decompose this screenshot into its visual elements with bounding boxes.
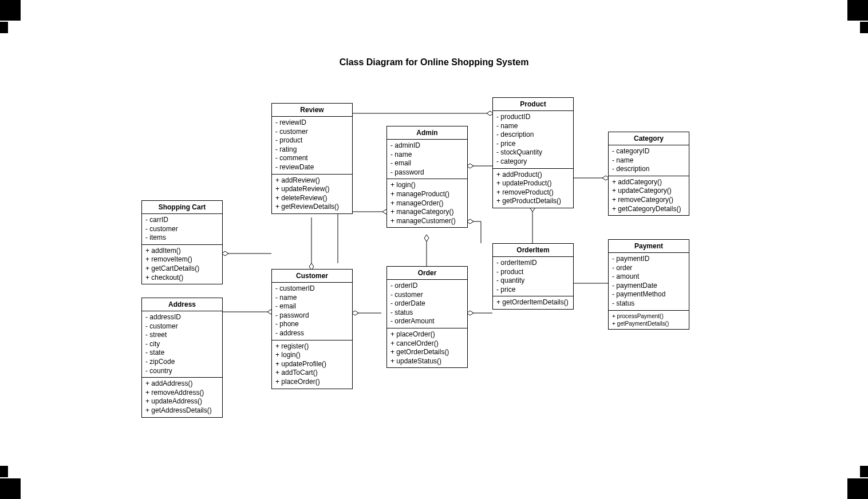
class-admin-name: Admin — [387, 126, 467, 140]
class-payment-methods: + processPayment()+ getPaymentDetails() — [609, 311, 689, 329]
attr-line: - adminID — [390, 141, 464, 151]
attr-line: - name — [612, 156, 685, 165]
class-shopping-cart: Shopping Cart - carrID- customer- items … — [141, 200, 223, 284]
method-line: + updateProduct() — [496, 179, 570, 188]
class-product-attrs: - productID- name- description- price- s… — [493, 111, 573, 169]
attr-line: - category — [496, 157, 570, 167]
class-order-name: Order — [387, 267, 467, 280]
class-shopping-cart-attrs: - carrID- customer- items — [142, 214, 222, 245]
method-line: + manageCustomer() — [390, 217, 464, 226]
attr-line: - email — [275, 302, 349, 311]
attr-line: - paymentMethod — [612, 290, 685, 299]
class-address-name: Address — [142, 298, 222, 311]
class-product-name: Product — [493, 98, 573, 111]
attr-line: - productID — [496, 113, 570, 122]
class-review-name: Review — [272, 104, 352, 117]
attr-line: - customer — [145, 322, 219, 331]
method-line: + addAddress() — [145, 379, 219, 389]
class-customer-attrs: - customerID- name- email- password- pho… — [272, 283, 352, 340]
attr-line: - name — [496, 122, 570, 131]
class-review-attrs: - reviewID- customer- product- rating- c… — [272, 117, 352, 175]
class-category-methods: + addCategory()+ updateCategory()+ remov… — [609, 176, 689, 215]
method-line: + login() — [390, 181, 464, 190]
class-customer: Customer - customerID- name- email- pass… — [271, 269, 353, 389]
attr-line: - stockQuantity — [496, 148, 570, 157]
method-line: + getOrderItemDetails() — [496, 298, 570, 307]
class-admin-methods: + login()+ manageProduct()+ manageOrder(… — [387, 179, 467, 227]
class-product: Product - productID- name- description- … — [492, 97, 574, 208]
attr-line: - address — [275, 329, 349, 338]
method-line: + updateReview() — [275, 185, 349, 194]
attr-line: - paymentID — [612, 255, 685, 264]
method-line: + getOrderDetails() — [390, 348, 464, 357]
method-line: + updateProfile() — [275, 360, 349, 369]
method-line: + removeCategory() — [612, 196, 685, 205]
class-category: Category - categoryID- name- description… — [608, 132, 689, 216]
class-address-attrs: - addressID- customer- street- city- sta… — [142, 311, 222, 378]
class-product-methods: + addProduct()+ updateProduct()+ removeP… — [493, 169, 573, 208]
attr-line: - quantity — [496, 276, 570, 286]
attr-line: - password — [390, 168, 464, 177]
method-line: + addProduct() — [496, 171, 570, 180]
method-line: + updateStatus() — [390, 357, 464, 366]
class-shopping-cart-methods: + addItem()+ removeItem()+ getCartDetail… — [142, 245, 222, 284]
attr-line: - zipCode — [145, 358, 219, 367]
class-address: Address - addressID- customer- street- c… — [141, 298, 223, 418]
method-line: + removeItem() — [145, 255, 219, 264]
method-line: + login() — [275, 351, 349, 360]
attr-line: - name — [275, 294, 349, 303]
method-line: + updateAddress() — [145, 397, 219, 406]
attr-line: - items — [145, 233, 219, 243]
class-review: Review - reviewID- customer- product- ra… — [271, 103, 353, 214]
method-line: + removeProduct() — [496, 188, 570, 197]
method-line: + getAddressDetails() — [145, 406, 219, 415]
attr-line: - comment — [275, 154, 349, 163]
attr-line: - name — [390, 151, 464, 160]
attr-line: - price — [496, 140, 570, 149]
attr-line: - carrID — [145, 216, 219, 225]
class-customer-name: Customer — [272, 270, 352, 283]
attr-line: - product — [275, 136, 349, 145]
method-line: + manageOrder() — [390, 199, 464, 208]
class-order-methods: + placeOrder()+ cancelOrder()+ getOrderD… — [387, 328, 467, 367]
attr-line: - orderID — [390, 282, 464, 291]
attr-line: - description — [496, 130, 570, 140]
method-line: + register() — [275, 342, 349, 351]
method-line: + getPaymentDetails() — [612, 320, 685, 327]
class-order: Order - orderID- customer- orderDate- st… — [386, 266, 468, 368]
class-order-item: OrderItem - orderItemID- product- quanti… — [492, 243, 574, 310]
attr-line: - password — [275, 311, 349, 320]
method-line: + getReviewDetails() — [275, 203, 349, 212]
method-line: + placeOrder() — [390, 330, 464, 339]
attr-line: - customer — [390, 291, 464, 300]
method-line: + addReview() — [275, 176, 349, 185]
class-payment-attrs: - paymentID- order- amount- paymentDate-… — [609, 253, 689, 311]
svg-marker-7 — [424, 235, 429, 241]
attr-line: - categoryID — [612, 147, 685, 156]
attr-line: - country — [145, 367, 219, 376]
attr-line: - status — [390, 308, 464, 318]
attr-line: - status — [612, 299, 685, 308]
method-line: + getCategoryDetails() — [612, 205, 685, 214]
attr-line: - addressID — [145, 313, 219, 322]
class-payment: Payment - paymentID- order- amount- paym… — [608, 239, 689, 330]
class-category-attrs: - categoryID- name- description — [609, 145, 689, 176]
attr-line: - product — [496, 268, 570, 277]
method-line: + deleteReview() — [275, 194, 349, 203]
method-line: + getCartDetails() — [145, 264, 219, 274]
attr-line: - customer — [145, 225, 219, 234]
attr-line: - description — [612, 165, 685, 174]
attr-line: - reviewDate — [275, 163, 349, 172]
attr-line: - rating — [275, 145, 349, 155]
method-line: + checkout() — [145, 274, 219, 283]
method-line: + updateCategory() — [612, 187, 685, 196]
class-admin-attrs: - adminID- name- email- password — [387, 140, 467, 179]
class-shopping-cart-name: Shopping Cart — [142, 201, 222, 214]
attr-line: - street — [145, 331, 219, 340]
method-line: + addItem() — [145, 247, 219, 256]
attr-line: - amount — [612, 272, 685, 282]
class-admin: Admin - adminID- name- email- password +… — [386, 126, 468, 228]
class-order-item-name: OrderItem — [493, 244, 573, 257]
attr-line: - phone — [275, 320, 349, 329]
method-line: + addCategory() — [612, 178, 685, 187]
